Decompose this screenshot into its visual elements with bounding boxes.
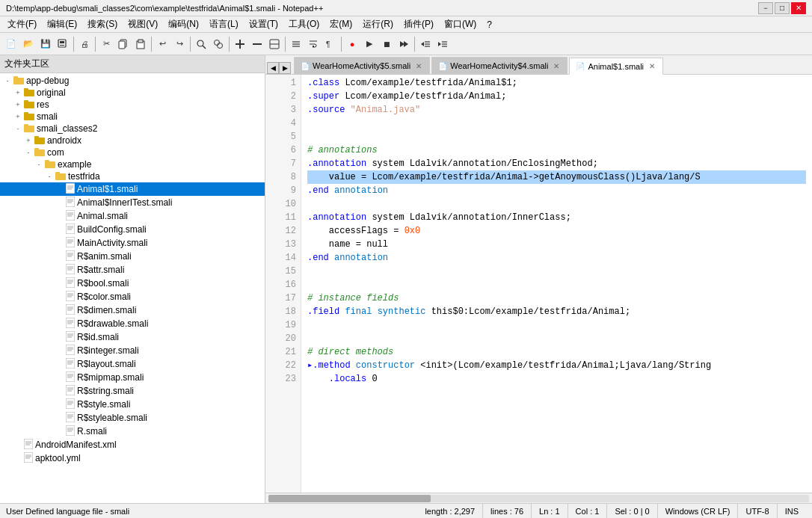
tab-close-2[interactable]: ✕ <box>552 61 561 70</box>
tree-toggle-smali[interactable]: + <box>13 113 22 120</box>
tree-toggle-res[interactable]: + <box>13 101 22 108</box>
tree-item-Animal[interactable]: Animal.smali <box>0 209 265 223</box>
maximize-button[interactable]: □ <box>775 2 790 14</box>
tree-item-apktool[interactable]: apktool.yml <box>0 451 265 465</box>
tree-item-Rbool[interactable]: R$bool.smali <box>0 277 265 290</box>
minimize-button[interactable]: － <box>758 2 773 14</box>
tab-wearhomeactivity4[interactable]: 📄 WearHomeActivity$4.smali ✕ <box>431 57 568 74</box>
tab-close-1[interactable]: ✕ <box>414 61 423 70</box>
menu-macro[interactable]: 宏(M) <box>325 16 357 32</box>
tree-label-Ranim: R$anim.smali <box>77 251 132 262</box>
toolbar-sep-1 <box>73 37 74 52</box>
tree-item-original[interactable]: +original <box>0 87 265 99</box>
svg-rect-39 <box>24 124 28 127</box>
replace-button[interactable] <box>210 36 227 52</box>
svg-rect-43 <box>34 148 39 151</box>
tree-item-Animal1[interactable]: Animal$1.smali <box>0 182 265 196</box>
tree-label-Rdimen: R$dimen.smali <box>77 305 136 315</box>
menu-settings[interactable]: 设置(T) <box>244 16 283 32</box>
menu-plugins[interactable]: 插件(P) <box>399 16 438 32</box>
hscroll-track[interactable] <box>268 495 809 502</box>
menu-search[interactable]: 搜索(S) <box>83 16 122 32</box>
tree-item-app-debug[interactable]: -app-debug <box>0 75 265 87</box>
tab-scroll-right[interactable]: ▶ <box>279 62 291 74</box>
tree-item-Rattr[interactable]: R$attr.smali <box>0 263 265 277</box>
tree-item-example[interactable]: -example <box>0 158 265 170</box>
tree-item-smali[interactable]: +smali <box>0 111 265 123</box>
tree-item-Rstyle[interactable]: R$style.smali <box>0 398 265 411</box>
tree-item-Rdrawable[interactable]: R$drawable.smali <box>0 317 265 330</box>
tree-toggle-com[interactable]: - <box>24 149 33 156</box>
new-button[interactable]: 📄 <box>3 36 19 52</box>
tree-item-Rstyleable[interactable]: R$styleable.smali <box>0 411 265 425</box>
tab-animal1[interactable]: 📄 Animal$1.smali ✕ <box>569 58 663 75</box>
code-content[interactable]: .class Lcom/example/testfrida/Animal$1;.… <box>301 75 812 493</box>
tree-item-BuildConfig[interactable]: BuildConfig.smali <box>0 223 265 236</box>
undo-button[interactable]: ↩ <box>154 36 170 52</box>
tree-item-res[interactable]: +res <box>0 99 265 111</box>
open-button[interactable]: 📂 <box>20 36 37 52</box>
save-all-button[interactable] <box>55 36 71 52</box>
menu-window[interactable]: 窗口(W) <box>440 16 481 32</box>
zoom-out-button[interactable] <box>249 36 265 52</box>
tree-item-Ranim[interactable]: R$anim.smali <box>0 250 265 263</box>
tree-item-Rstring[interactable]: R$string.smali <box>0 384 265 398</box>
save-button[interactable]: 💾 <box>37 36 54 52</box>
tree-label-res: res <box>37 99 49 110</box>
macro-stop-button[interactable]: ⏹ <box>378 36 395 52</box>
menu-language[interactable]: 语言(L) <box>205 16 243 32</box>
zoom-in-button[interactable] <box>232 36 248 52</box>
tab-scroll-left[interactable]: ◀ <box>267 62 279 74</box>
tree-toggle-smali_classes2[interactable]: - <box>13 125 22 132</box>
tree-item-Rlayout[interactable]: R$layout.smali <box>0 357 265 371</box>
word-wrap-button[interactable] <box>305 36 322 52</box>
all-chars-button[interactable]: ¶ <box>322 36 339 52</box>
menu-view[interactable]: 视图(V) <box>123 16 162 32</box>
tree-item-Rinteger[interactable]: R$integer.smali <box>0 344 265 357</box>
macro-next-button[interactable] <box>396 36 412 52</box>
tree-item-Rmipmap[interactable]: R$mipmap.smali <box>0 371 265 384</box>
close-button[interactable]: ✕ <box>791 2 806 14</box>
restore-button[interactable] <box>266 36 283 52</box>
tree-item-AndroidManifest[interactable]: AndroidManifest.xml <box>0 438 265 451</box>
cut-button[interactable]: ✂ <box>98 36 114 52</box>
tree-item-Rcolor[interactable]: R$color.smali <box>0 290 265 303</box>
hscroll-thumb[interactable] <box>268 495 431 502</box>
redo-button[interactable]: ↪ <box>171 36 188 52</box>
unindent-button[interactable] <box>434 36 451 52</box>
tree-item-R[interactable]: R.smali <box>0 425 265 438</box>
tree-item-AnimalInnerTest[interactable]: Animal$InnerITest.smali <box>0 196 265 209</box>
tree-item-testfrida[interactable]: -testfrida <box>0 170 265 182</box>
tab-close-3[interactable]: ✕ <box>648 62 656 71</box>
paste-button[interactable] <box>132 36 149 52</box>
tree-toggle-testfrida[interactable]: - <box>45 173 54 180</box>
menu-run[interactable]: 运行(R) <box>358 16 398 32</box>
menu-file[interactable]: 文件(F) <box>3 16 41 32</box>
copy-button[interactable] <box>115 36 132 52</box>
menu-encoding[interactable]: 编码(N) <box>164 16 203 32</box>
tree-toggle-example[interactable]: - <box>34 161 43 168</box>
find-button[interactable] <box>193 36 209 52</box>
horizontal-scrollbar[interactable] <box>265 493 812 503</box>
tree-item-MainActivity[interactable]: MainActivity.smali <box>0 236 265 250</box>
menu-edit[interactable]: 编辑(E) <box>43 16 81 32</box>
tree-item-androidx[interactable]: +androidx <box>0 135 265 147</box>
tree-item-Rdimen[interactable]: R$dimen.smali <box>0 303 265 317</box>
tree-toggle-app-debug[interactable]: - <box>3 77 12 84</box>
macro-record-button[interactable]: ● <box>344 36 360 52</box>
tree-toggle-original[interactable]: + <box>13 89 22 96</box>
tree-toggle-androidx[interactable]: + <box>24 137 33 144</box>
line-num-3: 3 <box>265 103 296 117</box>
tab-wearhomeactivity5[interactable]: 📄 WearHomeActivity$5.smali ✕ <box>294 57 430 74</box>
macro-play-button[interactable]: ▶ <box>361 36 378 52</box>
tree-item-Rid[interactable]: R$id.smali <box>0 330 265 344</box>
print-button[interactable]: 🖨 <box>76 36 93 52</box>
menu-help[interactable]: ? <box>482 18 496 31</box>
file-tree[interactable]: -app-debug+original+res+smali-smali_clas… <box>0 73 265 503</box>
tree-item-com[interactable]: -com <box>0 147 265 158</box>
tree-item-smali_classes2[interactable]: -smali_classes2 <box>0 123 265 135</box>
sync-scroll-button[interactable] <box>288 36 304 52</box>
menu-tools[interactable]: 工具(O) <box>284 16 324 32</box>
code-line-11: .annotation system Ldalvik/annotation/In… <box>307 211 806 224</box>
indent-button[interactable] <box>417 36 434 52</box>
